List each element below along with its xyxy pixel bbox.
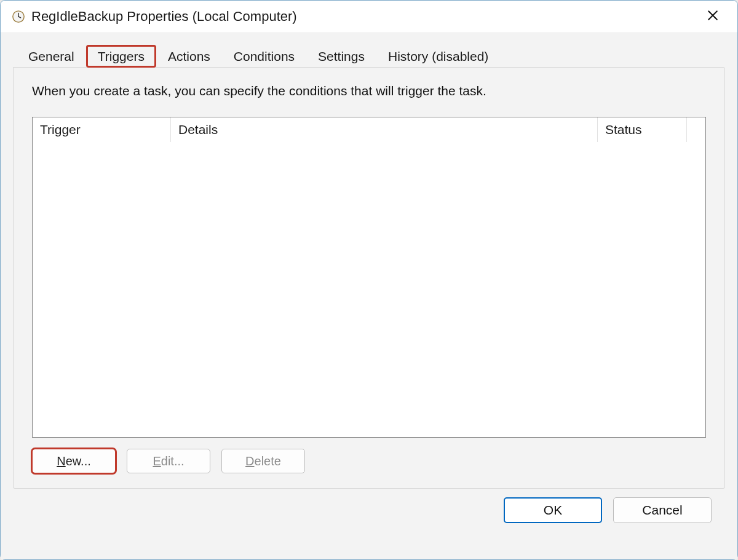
dialog-footer: OK Cancel bbox=[13, 489, 725, 534]
close-icon bbox=[707, 10, 718, 23]
triggers-button-row: New... Edit... Delete bbox=[32, 449, 706, 473]
tab-strip: General Triggers Actions Conditions Sett… bbox=[17, 44, 725, 67]
tab-settings[interactable]: Settings bbox=[306, 45, 376, 68]
edit-trigger-label: Edit... bbox=[153, 454, 184, 468]
new-trigger-button[interactable]: New... bbox=[32, 449, 116, 473]
tab-conditions[interactable]: Conditions bbox=[222, 45, 306, 68]
triggers-description: When you create a task, you can specify … bbox=[32, 84, 706, 98]
triggers-table[interactable]: Trigger Details Status bbox=[32, 117, 706, 438]
dialog-body: General Triggers Actions Conditions Sett… bbox=[1, 33, 737, 559]
tab-general[interactable]: General bbox=[17, 45, 86, 68]
window-title: RegIdleBackup Properties (Local Computer… bbox=[31, 9, 297, 25]
column-header-extra bbox=[687, 117, 705, 142]
titlebar: RegIdleBackup Properties (Local Computer… bbox=[1, 1, 737, 33]
close-button[interactable] bbox=[699, 6, 726, 28]
delete-trigger-button: Delete bbox=[221, 449, 305, 473]
column-header-trigger[interactable]: Trigger bbox=[33, 117, 171, 142]
triggers-panel: When you create a task, you can specify … bbox=[13, 67, 725, 489]
triggers-table-header: Trigger Details Status bbox=[33, 117, 705, 142]
column-header-status[interactable]: Status bbox=[598, 117, 687, 142]
tab-history[interactable]: History (disabled) bbox=[376, 45, 500, 68]
triggers-table-body[interactable] bbox=[33, 142, 705, 437]
column-header-details[interactable]: Details bbox=[171, 117, 598, 142]
ok-button[interactable]: OK bbox=[504, 497, 602, 523]
edit-trigger-button: Edit... bbox=[127, 449, 210, 473]
cancel-button[interactable]: Cancel bbox=[613, 497, 712, 523]
new-trigger-label: New... bbox=[57, 454, 91, 468]
tab-triggers[interactable]: Triggers bbox=[86, 45, 156, 68]
delete-trigger-label: Delete bbox=[245, 454, 281, 468]
tab-actions[interactable]: Actions bbox=[156, 45, 222, 68]
dialog-window: RegIdleBackup Properties (Local Computer… bbox=[0, 0, 738, 560]
task-scheduler-icon bbox=[12, 10, 25, 23]
titlebar-left: RegIdleBackup Properties (Local Computer… bbox=[12, 9, 297, 25]
